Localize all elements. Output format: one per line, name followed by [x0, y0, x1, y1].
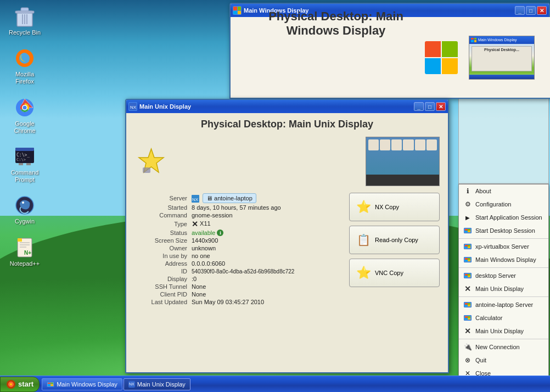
menu-item-new-connection[interactable]: 🔌 New Connection	[459, 340, 548, 354]
antoine-laptop-label: antoine-laptop Server	[475, 301, 533, 308]
status-badge: available ℹ	[192, 229, 223, 236]
owner-value: unknown	[189, 244, 344, 252]
svg-point-12	[23, 105, 27, 109]
windows-thumbnail: Main Windows Display Physical Desktop...	[469, 36, 535, 80]
maximize-button[interactable]: □	[526, 6, 536, 15]
calculator-label: Calculator	[475, 315, 503, 321]
notepadpp-label: Notepad++	[10, 260, 40, 267]
minimize-button[interactable]: _	[515, 6, 525, 15]
nx-copy-label: NX Copy	[375, 204, 399, 210]
menu-item-xp-virtualbox[interactable]: xp-virtualbox Server	[459, 240, 548, 253]
window-controls: _ □ ✕	[515, 6, 547, 15]
command-prompt-icon[interactable]: C:\>_ C:\> Command Prompt	[5, 145, 44, 183]
recycle-bin-icon[interactable]: Recycle Bin	[5, 5, 44, 36]
id-label: ID	[134, 267, 189, 275]
command-prompt-label: Command Prompt	[5, 169, 44, 183]
new-connection-icon: 🔌	[463, 343, 472, 351]
unix-minimize-button[interactable]: _	[414, 102, 424, 111]
start-icon	[6, 379, 16, 389]
copy-buttons: ⭐ NX Copy 📋 Read-only Copy ⭐ VNC Copy	[349, 193, 440, 306]
mozilla-firefox-icon[interactable]: Mozilla Firefox	[5, 47, 44, 85]
close-button[interactable]: ✕	[537, 6, 547, 15]
unix-content-title: Physical Desktop: Main Unix Display	[134, 119, 440, 130]
server-label: Server	[134, 193, 189, 204]
main-unix-1-icon: ✕	[463, 284, 472, 293]
main-unix-display-window: NX Main Unix Display _ □ ✕ Physical Desk…	[125, 99, 449, 373]
menu-item-main-unix-display-1[interactable]: ✕ Main Unix Display	[459, 282, 548, 295]
nx-copy-button[interactable]: ⭐ NX Copy	[349, 193, 440, 221]
menu-item-calculator[interactable]: Calculator	[459, 311, 548, 324]
main-windows-display-heading: Physical Desktop: Main Windows Display	[247, 9, 425, 105]
taskbar-main-unix-label: Main Unix Display	[137, 381, 186, 388]
main-windows-display-window: Main Windows Display _ □ ✕ Physical Desk…	[229, 3, 550, 99]
taskbar-items: Main Windows Display NX Main Unix Displa…	[42, 378, 550, 390]
menu-item-start-application-session[interactable]: ▶ Start Application Session	[459, 211, 548, 224]
start-button[interactable]: start	[0, 377, 40, 392]
notepadpp-icon[interactable]: N+ Notepad++	[5, 237, 44, 267]
svg-point-20	[22, 201, 24, 204]
command-value: gnome-session	[189, 211, 344, 219]
svg-rect-14	[15, 148, 34, 151]
about-icon: ℹ	[463, 187, 472, 195]
calculator-icon	[463, 313, 472, 322]
screen-size-value: 1440x900	[189, 237, 344, 244]
start-app-label: Start Application Session	[475, 214, 542, 221]
unix-window-icon: NX	[128, 102, 137, 111]
google-chrome-icon[interactable]: Google Chrome	[5, 97, 44, 135]
ssh-tunnel-label: SSH Tunnel	[134, 283, 189, 290]
menu-item-antoine-laptop-server[interactable]: antoine-laptop Server	[459, 298, 548, 311]
new-connection-label: New Connection	[475, 344, 520, 350]
display-value: :0	[189, 275, 344, 283]
unix-window-content: Physical Desktop: Main Unix Display	[126, 113, 448, 372]
taskbar-main-windows[interactable]: Main Windows Display	[42, 378, 122, 390]
owner-label: Owner	[134, 244, 189, 252]
taskbar-main-unix[interactable]: NX Main Unix Display	[124, 378, 190, 390]
started-value: 8 days, 10 hours, 57 minutes ago	[189, 204, 344, 211]
taskbar-main-windows-label: Main Windows Display	[57, 381, 117, 388]
svg-text:NX: NX	[192, 197, 199, 202]
menu-item-main-windows-display-ctx[interactable]: Main Windows Display	[459, 253, 548, 266]
server-value: NX 🖥 antoine-laptop	[189, 193, 344, 204]
in-use-by-value: no one	[189, 252, 344, 260]
desktop-server-label: desktop Server	[475, 272, 516, 279]
desktop-icons: Recycle Bin Mozilla Firefox	[5, 5, 44, 267]
server-badge: 🖥 antoine-laptop	[203, 193, 256, 203]
screen-size-label: Screen Size	[134, 237, 189, 244]
cygwin-icon[interactable]: Cygwin	[5, 194, 44, 225]
svg-point-34	[10, 383, 12, 385]
configuration-icon: ⚙	[463, 200, 472, 209]
command-label: Command	[134, 211, 189, 219]
status-value: available ℹ	[189, 229, 344, 237]
vnc-copy-button[interactable]: ⭐ VNC Copy	[349, 259, 440, 287]
svg-marker-28	[139, 149, 164, 172]
menu-item-main-unix-display-2[interactable]: ✕ Main Unix Display	[459, 324, 548, 338]
menu-item-configuration[interactable]: ⚙ Configuration	[459, 198, 548, 211]
about-label: About	[475, 188, 491, 194]
desktop: Recycle Bin Mozilla Firefox	[0, 0, 550, 392]
menu-item-start-desktop-session[interactable]: Start Desktop Session	[459, 224, 548, 237]
context-menu: ℹ About ⚙ Configuration ▶ Start Applicat…	[458, 184, 549, 380]
unix-close-button[interactable]: ✕	[436, 102, 446, 111]
unix-star-icon	[134, 145, 167, 178]
last-updated-value: Sun May 09 03:45:27 2010	[189, 298, 344, 306]
mozilla-firefox-label: Mozilla Firefox	[5, 71, 44, 85]
taskbar: start Main Windows Display NX Main Unix …	[0, 376, 550, 392]
client-pid-value: None	[189, 290, 344, 298]
menu-item-quit[interactable]: ⊗ Quit	[459, 354, 548, 367]
unix-top-section	[134, 137, 440, 186]
unix-details: Server NX 🖥 antoine-laptop Started	[134, 193, 344, 306]
status-dot: ℹ	[217, 229, 223, 236]
display-label: Display	[134, 275, 189, 283]
unix-window-controls: _ □ ✕	[414, 102, 446, 111]
readonly-copy-button[interactable]: 📋 Read-only Copy	[349, 226, 440, 254]
unix-maximize-button[interactable]: □	[425, 102, 435, 111]
nx-copy-icon: ⭐	[355, 199, 372, 215]
vnc-copy-icon: ⭐	[355, 265, 372, 281]
unix-screenshot	[366, 137, 440, 186]
menu-item-about[interactable]: ℹ About	[459, 184, 548, 198]
svg-rect-18	[26, 163, 31, 165]
configuration-label: Configuration	[475, 201, 511, 208]
windows-logo	[425, 41, 458, 74]
menu-item-desktop-server[interactable]: desktop Server	[459, 269, 548, 282]
client-pid-label: Client PID	[134, 290, 189, 298]
